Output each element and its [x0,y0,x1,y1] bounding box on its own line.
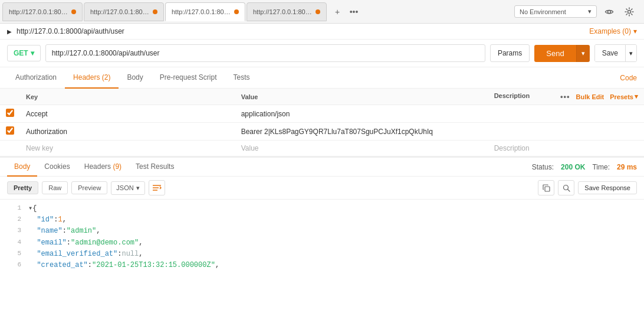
pretty-button[interactable]: Pretty [7,181,38,194]
tab-1-dot [71,9,76,14]
response-tabs-nav: Body Cookies Headers (9) Test Results St… [0,158,644,177]
header-checkbox-2[interactable] [6,126,14,135]
env-label: No Environment [520,8,566,15]
more-options-button[interactable]: ••• [560,92,570,101]
url-bar-text: http://127.0.0.1:8000/api/auth/user [17,27,124,35]
tab-headers[interactable]: Headers (2) [65,67,119,89]
tab-body-label: Body [127,73,143,81]
add-tab-button[interactable]: + [330,5,344,19]
tab-add-actions: + ••• [330,5,361,19]
environment-select[interactable]: No Environment ▾ [514,5,597,18]
request-tabs-nav: Authorization Headers (2) Body Pre-reque… [0,67,644,89]
save-button[interactable]: Save [595,45,625,61]
tab-tests-label: Tests [233,73,249,81]
send-dropdown-button[interactable]: ▾ [576,45,590,62]
url-bar-arrow: ▶ [7,28,12,35]
res-tab-cookies[interactable]: Cookies [37,158,77,177]
env-chevron-icon: ▾ [588,8,592,15]
method-select[interactable]: GET ▾ [7,45,41,61]
copy-button[interactable] [538,180,554,195]
res-tab-testresults-label: Test Results [136,162,174,171]
res-tab-testresults[interactable]: Test Results [129,158,181,177]
method-chevron-icon: ▾ [31,49,34,57]
tab-4[interactable]: http://127.0.0.1:8000/ [247,2,327,21]
more-tabs-button[interactable]: ••• [347,5,361,19]
env-section: No Environment ▾ [514,4,642,19]
header-key-1[interactable]: Accept [20,105,235,123]
header-value-2[interactable]: Bearer 2|KLs8PagGY9QR7Llu7aT807SguPCJuXf… [235,123,488,141]
save-response-button[interactable]: Save Response [578,181,637,194]
tab-3[interactable]: http://127.0.0.1:8000/api/a [165,2,245,21]
examples-link[interactable]: Examples (0) ▾ [589,27,637,35]
tab-4-dot [316,9,320,14]
json-line: 1▾ { [7,203,637,214]
send-button-group: Send ▾ [534,45,589,62]
tab-body[interactable]: Body [119,67,151,89]
settings-icon[interactable] [622,4,637,19]
value-column-header: Value [235,89,488,105]
tab-1-label: http://127.0.0.1:8000/ [9,8,68,15]
header-value-1[interactable]: application/json [235,105,488,123]
res-tab-body-label: Body [14,162,30,171]
new-row-checkbox-cell [0,141,20,156]
params-button[interactable]: Params [490,44,530,62]
headers-section: Key Value Description ••• Bulk Edit Pres… [0,89,644,156]
tab-3-dot [234,9,239,14]
response-section: Body Cookies Headers (9) Test Results St… [0,156,644,270]
res-tab-body[interactable]: Body [7,158,37,177]
res-tab-cookies-label: Cookies [44,162,70,171]
send-button[interactable]: Send [534,45,576,62]
save-button-group: Save ▾ [594,44,637,62]
preview-button[interactable]: Preview [71,181,107,194]
new-row-key[interactable]: New key [20,141,235,156]
description-column-header: Description ••• Bulk Edit Presets ▾ [488,89,644,105]
header-desc-1 [488,105,644,123]
description-col-label: Description [494,92,530,99]
tab-2[interactable]: http://127.0.0.1:8000/api/au [84,2,164,21]
status-info: Status: 200 OK Time: 29 ms [532,163,637,171]
tab-4-label: http://127.0.0.1:8000/ [253,8,312,15]
new-row-desc[interactable]: Description [488,141,644,156]
header-key-2[interactable]: Authorization [20,123,235,141]
key-column-header: Key [20,89,235,105]
method-label: GET [14,49,28,57]
header-checkbox-1[interactable] [6,109,14,117]
json-line: 5 "email_verified_at": null, [7,249,637,260]
format-select[interactable]: JSON ▾ [111,181,144,195]
tab-2-label: http://127.0.0.1:8000/api/au [90,8,149,15]
search-button[interactable] [558,180,574,195]
header-row-2: Authorization Bearer 2|KLs8PagGY9QR7Llu7… [0,123,644,141]
presets-label: Presets [610,93,633,100]
json-line: 4 "email": "admin@demo.com", [7,237,637,249]
headers-table: Key Value Description ••• Bulk Edit Pres… [0,89,644,156]
header-new-row: New key Value Description [0,141,644,156]
status-label: Status: [532,163,554,171]
tab-prerequest-label: Pre-request Script [160,73,217,81]
tab-3-label: http://127.0.0.1:8000/api/a [172,8,231,15]
tab-authorization[interactable]: Authorization [7,67,65,89]
url-input[interactable] [45,44,485,62]
code-link[interactable]: Code [620,74,637,82]
save-dropdown-button[interactable]: ▾ [625,45,636,61]
json-line: 3 "name": "admin", [7,226,637,237]
tab-tests[interactable]: Tests [225,67,258,89]
raw-button[interactable]: Raw [42,181,68,194]
eye-icon[interactable] [602,4,617,19]
tab-prerequest[interactable]: Pre-request Script [152,67,225,89]
time-value: 29 ms [617,163,637,171]
checkbox-header [0,89,20,105]
body-actions: Save Response [538,180,637,195]
new-row-value[interactable]: Value [235,141,488,156]
tab-1[interactable]: http://127.0.0.1:8000/ [2,2,83,21]
tab-2-dot [153,9,157,14]
res-tab-headers[interactable]: Headers (9) [77,158,129,177]
svg-point-1 [628,10,631,13]
headers-table-header-row: Key Value Description ••• Bulk Edit Pres… [0,89,644,105]
body-toolbar: Pretty Raw Preview JSON ▾ Save Response [0,177,644,200]
res-tab-headers-label: Headers [84,162,113,171]
presets-button[interactable]: Presets ▾ [610,93,638,100]
checkbox-cell-2 [0,123,20,141]
wrap-button[interactable] [149,180,165,195]
json-viewer: 1▾ {2 "id": 1,3 "name": "admin",4 "email… [0,200,644,270]
bulk-edit-button[interactable]: Bulk Edit [576,93,604,100]
